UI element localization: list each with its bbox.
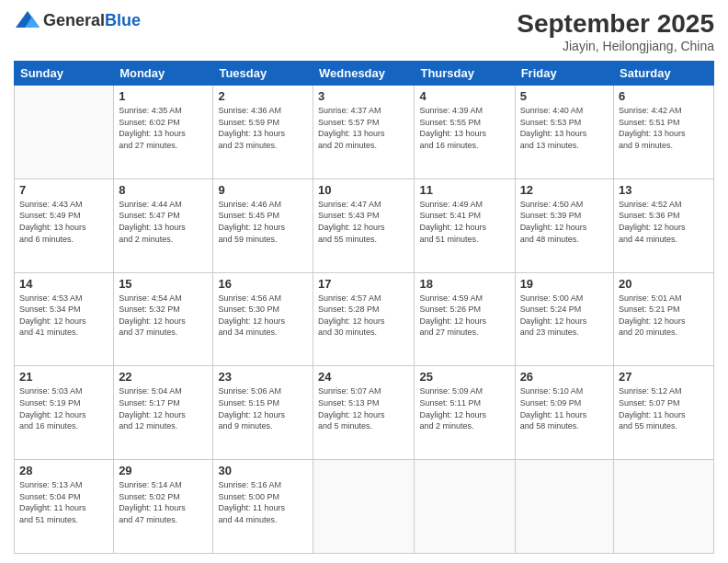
day-info-line: Daylight: 12 hours	[318, 223, 385, 232]
day-cell: 21Sunrise: 5:03 AMSunset: 5:19 PMDayligh…	[15, 366, 114, 460]
day-info-line: Sunset: 5:59 PM	[218, 118, 279, 127]
week-row-5: 28Sunrise: 5:13 AMSunset: 5:04 PMDayligh…	[15, 460, 714, 554]
day-info-line: Daylight: 13 hours	[218, 129, 285, 138]
day-info-line: Sunset: 5:34 PM	[19, 304, 81, 314]
day-info-line: Sunrise: 5:09 AM	[419, 386, 483, 396]
day-info-line: Sunrise: 5:01 AM	[619, 293, 682, 303]
day-info-line: Daylight: 12 hours	[419, 316, 486, 326]
weekday-header-sunday: Sunday	[15, 62, 114, 86]
day-info: Sunrise: 4:50 AMSunset: 5:39 PMDaylight:…	[520, 199, 609, 245]
day-info-line: and 2 minutes.	[119, 235, 173, 244]
day-info: Sunrise: 4:35 AMSunset: 6:02 PMDaylight:…	[119, 105, 208, 151]
day-info-line: Daylight: 11 hours	[19, 503, 86, 512]
day-info-line: Sunset: 5:32 PM	[119, 304, 180, 314]
day-cell: 7Sunrise: 4:43 AMSunset: 5:49 PMDaylight…	[15, 178, 114, 272]
day-number: 7	[19, 183, 108, 197]
logo-icon	[14, 9, 41, 32]
day-info-line: Daylight: 11 hours	[619, 410, 686, 419]
day-number: 2	[218, 89, 308, 103]
day-info-line: Sunset: 5:45 PM	[218, 211, 279, 220]
day-cell: 26Sunrise: 5:10 AMSunset: 5:09 PMDayligh…	[515, 366, 613, 460]
day-info-line: Daylight: 12 hours	[318, 316, 385, 326]
day-info-line: and 48 minutes.	[520, 235, 579, 244]
day-info-line: Daylight: 12 hours	[119, 316, 186, 326]
day-info-line: Sunrise: 4:56 AM	[218, 293, 281, 303]
day-cell: 12Sunrise: 4:50 AMSunset: 5:39 PMDayligh…	[515, 178, 613, 272]
day-info: Sunrise: 4:40 AMSunset: 5:53 PMDaylight:…	[520, 105, 609, 151]
day-cell: 2Sunrise: 4:36 AMSunset: 5:59 PMDaylight…	[213, 86, 313, 179]
day-info: Sunrise: 5:09 AMSunset: 5:11 PMDaylight:…	[419, 385, 509, 431]
day-info-line: and 30 minutes.	[318, 327, 377, 337]
day-info: Sunrise: 4:59 AMSunset: 5:26 PMDaylight:…	[419, 293, 509, 339]
day-number: 28	[19, 464, 108, 477]
day-number: 23	[218, 370, 308, 384]
day-info-line: Daylight: 12 hours	[218, 410, 285, 419]
day-info-line: and 16 minutes.	[419, 141, 478, 150]
day-info-line: Daylight: 12 hours	[119, 410, 186, 419]
day-info-line: and 2 minutes.	[419, 421, 473, 431]
day-cell: 8Sunrise: 4:44 AMSunset: 5:47 PMDaylight…	[114, 178, 213, 272]
day-info: Sunrise: 4:46 AMSunset: 5:45 PMDaylight:…	[218, 199, 308, 245]
month-title: September 2025	[517, 9, 714, 39]
day-cell: 5Sunrise: 4:40 AMSunset: 5:53 PMDaylight…	[515, 86, 613, 179]
day-number: 12	[520, 183, 609, 197]
day-cell: 25Sunrise: 5:09 AMSunset: 5:11 PMDayligh…	[415, 366, 515, 460]
logo: GeneralBlue	[14, 9, 141, 32]
weekday-header-saturday: Saturday	[614, 62, 714, 86]
day-info-line: and 20 minutes.	[318, 141, 377, 150]
weekday-header-row: SundayMondayTuesdayWednesdayThursdayFrid…	[15, 62, 714, 86]
week-row-4: 21Sunrise: 5:03 AMSunset: 5:19 PMDayligh…	[15, 366, 714, 460]
day-info-line: Sunset: 5:19 PM	[19, 398, 81, 408]
header: GeneralBlue September 2025 Jiayin, Heilo…	[14, 9, 714, 53]
day-number: 1	[119, 89, 208, 103]
day-cell	[515, 460, 613, 554]
day-info-line: Sunrise: 4:54 AM	[119, 293, 182, 303]
day-number: 26	[520, 370, 609, 384]
day-info-line: Sunrise: 4:53 AM	[19, 293, 83, 303]
day-cell: 16Sunrise: 4:56 AMSunset: 5:30 PMDayligh…	[213, 272, 313, 366]
day-info-line: Sunrise: 5:14 AM	[119, 480, 182, 489]
day-info: Sunrise: 4:39 AMSunset: 5:55 PMDaylight:…	[419, 105, 509, 151]
day-info-line: and 27 minutes.	[119, 141, 177, 150]
day-info-line: Sunset: 5:02 PM	[119, 492, 180, 501]
day-info-line: Sunset: 5:26 PM	[419, 304, 481, 314]
day-info-line: and 41 minutes.	[19, 327, 78, 337]
day-info-line: Sunset: 5:39 PM	[520, 211, 582, 220]
day-cell: 13Sunrise: 4:52 AMSunset: 5:36 PMDayligh…	[614, 178, 714, 272]
day-info-line: Sunrise: 4:42 AM	[619, 106, 682, 115]
day-info: Sunrise: 5:00 AMSunset: 5:24 PMDaylight:…	[520, 293, 609, 339]
day-info: Sunrise: 5:13 AMSunset: 5:04 PMDaylight:…	[19, 479, 108, 525]
day-info-line: Sunrise: 5:10 AM	[520, 386, 584, 396]
day-info-line: Sunrise: 5:06 AM	[218, 386, 281, 396]
day-info-line: Sunrise: 4:39 AM	[419, 106, 483, 115]
day-info-line: Sunset: 6:02 PM	[119, 118, 180, 127]
day-cell: 22Sunrise: 5:04 AMSunset: 5:17 PMDayligh…	[114, 366, 213, 460]
day-info-line: Sunrise: 5:13 AM	[19, 480, 83, 489]
day-info: Sunrise: 5:10 AMSunset: 5:09 PMDaylight:…	[520, 385, 609, 431]
day-info-line: and 44 minutes.	[619, 235, 677, 244]
day-info-line: and 55 minutes.	[318, 235, 377, 244]
day-info-line: Sunset: 5:07 PM	[619, 398, 680, 408]
day-info-line: Daylight: 12 hours	[419, 410, 486, 419]
day-info-line: Sunrise: 4:47 AM	[318, 200, 381, 209]
day-cell: 4Sunrise: 4:39 AMSunset: 5:55 PMDaylight…	[415, 86, 515, 179]
day-info-line: Sunset: 5:41 PM	[419, 211, 481, 220]
day-info-line: Daylight: 12 hours	[218, 316, 285, 326]
day-number: 25	[419, 370, 509, 384]
day-info: Sunrise: 4:49 AMSunset: 5:41 PMDaylight:…	[419, 199, 509, 245]
day-info-line: Sunset: 5:04 PM	[19, 492, 81, 501]
day-info-line: Sunrise: 4:43 AM	[19, 200, 83, 209]
day-cell	[415, 460, 515, 554]
day-info-line: and 51 minutes.	[419, 235, 478, 244]
day-cell: 1Sunrise: 4:35 AMSunset: 6:02 PMDaylight…	[114, 86, 213, 179]
day-info-line: and 47 minutes.	[119, 515, 177, 524]
day-cell: 3Sunrise: 4:37 AMSunset: 5:57 PMDaylight…	[313, 86, 415, 179]
day-info-line: Sunrise: 4:50 AM	[520, 200, 584, 209]
day-cell: 9Sunrise: 4:46 AMSunset: 5:45 PMDaylight…	[213, 178, 313, 272]
day-number: 30	[218, 464, 308, 477]
day-info-line: and 37 minutes.	[119, 327, 177, 337]
day-number: 18	[419, 277, 509, 291]
day-info-line: Sunset: 5:09 PM	[520, 398, 582, 408]
day-number: 6	[619, 89, 709, 103]
day-info: Sunrise: 4:47 AMSunset: 5:43 PMDaylight:…	[318, 199, 409, 245]
